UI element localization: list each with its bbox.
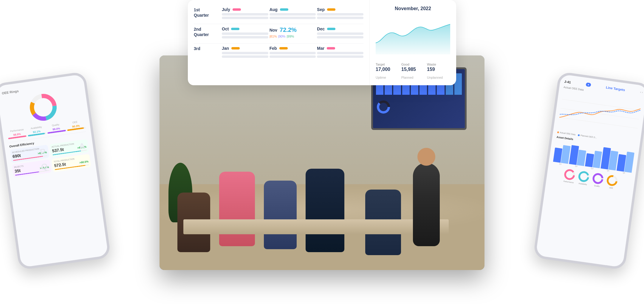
chart-title: November, 2022: [376, 6, 450, 11]
mini-donut-performance: Performance: [563, 168, 576, 184]
nov-pct-81: |81%: [270, 35, 277, 38]
scene: OEE Rings Performance Availability Quali…: [0, 0, 644, 304]
legend-label-actual: Actual OEE Data: [560, 131, 575, 136]
month-name-aug: Aug: [270, 7, 278, 12]
stat-value-good: 15,985: [401, 67, 425, 72]
month-cell-nov: Nov 72.2% |81% |90% |99%: [270, 27, 316, 38]
meeting-photo-inner: [160, 55, 484, 270]
stat-label-waste: Waste: [427, 63, 450, 66]
dashboard-chart: November, 2022 Target 17,000: [370, 0, 456, 85]
bar-label-2: Q2: [575, 165, 578, 167]
bar-label-3: Q3: [591, 167, 594, 170]
svg-point-11: [565, 170, 575, 180]
bar-group-1: Q1: [553, 144, 571, 166]
nov-pct-99: |99%: [287, 35, 294, 38]
july-indicator: [233, 8, 241, 11]
oee-card-value-total: 572.5t: [54, 162, 66, 168]
stat-value-target: 17,000: [376, 67, 399, 72]
oee-card-letter-a: A: [78, 141, 86, 152]
month-name-oct: Oct: [222, 27, 229, 31]
stat-waste: Waste 159: [427, 63, 450, 72]
mini-donut-availability: Availability: [577, 170, 590, 186]
oee-card-letter-q: Q: [41, 162, 48, 172]
bar-label-4: Q4: [607, 170, 609, 172]
oct-bar-1: [222, 32, 268, 35]
bar-3b: [592, 151, 602, 168]
mini-donut-svg-performance: [563, 168, 576, 181]
jan-indicator: [231, 47, 240, 49]
dashboard-table: 1stQuarter July Aug: [188, 0, 370, 85]
quarter-label-1: 1stQuarter: [194, 7, 221, 18]
quarter-row-3: 3rd Jan Feb: [194, 46, 363, 58]
month-name-jan: Jan: [222, 46, 229, 51]
nov-pct-row: |81% |90% |99%: [270, 35, 316, 38]
svg-point-15: [593, 173, 603, 184]
feb-indicator: [279, 47, 288, 49]
quarter-row-2: 2ndQuarter Oct Nov 72.2%: [194, 27, 363, 38]
mini-donut-label-oee: OEE: [609, 187, 613, 189]
right-device-id: J-41: [564, 80, 571, 84]
stat-value-waste: 159: [427, 67, 450, 72]
legend-actual: Actual OEE Data: [557, 131, 575, 136]
bar-label-5: Q5: [623, 172, 625, 174]
sep-indicator: [327, 8, 335, 11]
bottom-label-planned: Planned: [401, 76, 425, 79]
july-bar-1: [222, 13, 268, 15]
bar-label-1: Q1: [559, 163, 562, 165]
mar-indicator: [327, 47, 335, 49]
mini-donut-quality: Quality: [591, 172, 605, 188]
oee-card-rejects: REJECTS 35t >70.4% Q: [12, 159, 52, 178]
dec-indicator: [327, 28, 335, 30]
dec-bar-1: [317, 32, 363, 35]
month-cell-oct: Oct: [222, 27, 268, 38]
right-device-badge: ●: [586, 82, 591, 87]
donut-svg: [27, 91, 60, 124]
stat-target: Target 17,000: [376, 63, 399, 72]
person-seated-left-2: [219, 172, 255, 246]
line-chart-svg: [558, 92, 641, 139]
svg-line-7: [562, 99, 640, 110]
feb-bar-1: [270, 52, 316, 54]
month-name-mar: Mar: [317, 46, 324, 51]
chart-bottom-labels: Uptime Planned Unplanned: [376, 76, 450, 79]
bottom-label-unplanned: Unplanned: [427, 76, 450, 79]
table-surface: [183, 219, 449, 234]
line-chart-area: [558, 92, 641, 139]
chart-stats: Target 17,000 Good 15,985 Waste 159: [376, 63, 450, 72]
month-cell-jan: Jan: [222, 46, 268, 58]
svg-point-13: [579, 171, 589, 182]
oee-card-total: TOTAL PRODUCTION 572.5t >90.5%: [52, 154, 91, 172]
mar-bar-2: [317, 55, 363, 58]
oct-indicator: [231, 28, 239, 30]
person-seated-center-2: [306, 169, 344, 252]
month-cell-dec: Dec: [317, 27, 363, 38]
mini-donut-svg-quality: [591, 172, 605, 185]
month-cell-feb: Feb: [270, 46, 316, 58]
legend-dot-planned: [578, 134, 580, 136]
month-name-sep: Sep: [317, 7, 325, 12]
quarter-label-2: 2ndQuarter: [194, 27, 221, 37]
right-device-title: Line Targets: [606, 85, 626, 91]
month-cell-july: July: [222, 7, 268, 19]
right-nav-arrows: ‹ ›: [640, 90, 643, 94]
stat-label-target: Target: [376, 63, 399, 66]
legend-planned: Planned OEE D...: [578, 134, 597, 139]
mini-donut-svg-avail: [577, 170, 590, 183]
oct-bar-2: [222, 36, 268, 38]
mini-donut-oee: OEE: [605, 174, 619, 190]
presenter-head: [417, 148, 435, 166]
month-cell-sep: Sep: [317, 7, 363, 19]
oee-card-value-rejects: 35t: [14, 168, 21, 174]
person-seated-center-1: [264, 181, 297, 249]
month-name-july: July: [222, 7, 230, 12]
feb-bar-2: [270, 55, 316, 58]
sep-bar-2: [317, 17, 363, 19]
left-device: OEE Rings Performance Availability Quali…: [0, 71, 111, 270]
july-bar-2: [222, 17, 268, 19]
mini-donut-label-quality: Quality: [594, 185, 600, 187]
bar-group-2: Q2: [569, 145, 586, 168]
legend-label-planned: Planned OEE D...: [580, 134, 597, 139]
right-subheader-label: Actual OEE Data: [563, 86, 584, 91]
dec-bar-2: [317, 36, 363, 38]
month-cell-aug: Aug: [270, 7, 316, 19]
